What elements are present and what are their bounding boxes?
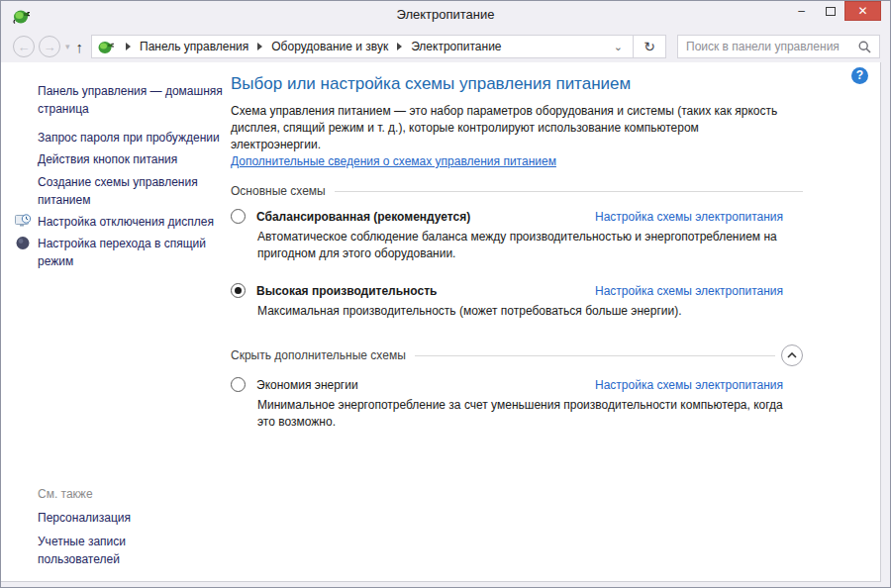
plan-settings-link-balanced[interactable]: Настройка схемы электропитания — [595, 210, 803, 224]
back-button[interactable]: ← — [13, 36, 35, 57]
radio-balanced[interactable] — [231, 209, 246, 224]
plan-desc-power-saver: Минимальное энергопотребление за счет ум… — [257, 397, 797, 431]
address-bar[interactable]: Панель управления Оборудование и звук Эл… — [91, 35, 666, 58]
plan-high-performance: Высокая производительность Настройка схе… — [231, 283, 803, 320]
address-power-icon — [97, 39, 115, 54]
sidebar-item-display-off-settings[interactable]: Настройка отключения дисплея — [38, 213, 225, 231]
main-content: Выбор или настройка схемы управления пит… — [231, 74, 803, 431]
up-button[interactable]: ↑ — [76, 39, 84, 55]
forward-button[interactable]: → — [39, 36, 60, 57]
breadcrumb-power-options[interactable]: Электропитание — [409, 40, 503, 53]
plan-settings-link-high-performance[interactable]: Настройка схемы электропитания — [595, 284, 803, 298]
radio-power-saver[interactable] — [231, 377, 246, 392]
window-title: Электропитание — [1, 7, 890, 22]
plan-name-power-saver[interactable]: Экономия энергии — [256, 378, 358, 392]
refresh-button[interactable]: ↻ — [633, 35, 665, 58]
sidebar-item-sleep-settings[interactable]: Настройка перехода в спящий режим — [38, 235, 225, 270]
additional-section-header: Скрыть дополнительные схемы — [231, 344, 803, 366]
minimize-button[interactable]: – — [787, 1, 816, 21]
sidebar-item-label: Настройка отключения дисплея — [38, 215, 214, 229]
plan-name-high-performance[interactable]: Высокая производительность — [256, 284, 437, 298]
plan-desc-high-performance: Максимальная производительность (может п… — [257, 303, 797, 320]
search-icon[interactable] — [858, 41, 871, 53]
plan-power-saver: Экономия энергии Настройка схемы электро… — [231, 377, 803, 431]
plan-balanced: Сбалансированная (рекомендуется) Настрой… — [231, 209, 803, 262]
radio-high-performance[interactable] — [231, 283, 246, 298]
history-dropdown-icon[interactable]: ▾ — [65, 42, 70, 51]
section-divider — [415, 355, 775, 356]
sidebar-item-power-button-actions[interactable]: Действия кнопок питания — [38, 150, 225, 168]
plan-desc-balanced: Автоматическое соблюдение баланса между … — [257, 229, 797, 262]
display-clock-icon — [15, 214, 32, 229]
title-bar: Электропитание – ✕ — [1, 1, 890, 31]
sleep-icon — [15, 236, 32, 250]
search-input[interactable]: Поиск в панели управления — [678, 40, 850, 53]
sidebar-item-label: Настройка перехода в спящий режим — [38, 237, 206, 268]
close-button[interactable]: ✕ — [844, 1, 881, 21]
breadcrumb-control-panel[interactable]: Панель управления — [138, 40, 250, 53]
sidebar-item-personalization[interactable]: Персонализация — [38, 509, 166, 527]
see-also-section: См. также Персонализация Учетные записи … — [38, 485, 166, 574]
page-title: Выбор или настройка схемы управления пит… — [231, 74, 803, 94]
breadcrumb-separator-icon — [126, 43, 131, 50]
additional-section-label: Скрыть дополнительные схемы — [231, 348, 406, 362]
sidebar-item-password-on-wake[interactable]: Запрос пароля при пробуждении — [38, 129, 225, 147]
search-box[interactable]: Поиск в панели управления — [677, 35, 880, 58]
breadcrumb-separator-icon — [257, 43, 262, 50]
client-area: Панель управления — домашняя страница За… — [1, 62, 881, 582]
plan-settings-link-power-saver[interactable]: Настройка схемы электропитания — [595, 378, 803, 392]
collapse-section-button[interactable] — [781, 344, 803, 366]
primary-section-header: Основные схемы — [231, 184, 803, 198]
learn-more-link[interactable]: Дополнительные сведения о схемах управле… — [231, 154, 556, 168]
window-controls: – ✕ — [787, 1, 881, 21]
sidebar-item-user-accounts[interactable]: Учетные записи пользователей — [38, 533, 166, 568]
chevron-up-icon — [787, 352, 797, 358]
help-icon[interactable]: ? — [851, 67, 868, 84]
sidebar-item-control-panel-home[interactable]: Панель управления — домашняя страница — [38, 82, 225, 118]
power-options-window: Электропитание – ✕ ← → ▾ ↑ Панель управл… — [0, 0, 891, 588]
breadcrumb-separator-icon — [397, 43, 402, 50]
navigation-bar: ← → ▾ ↑ Панель управления Оборудование и… — [1, 31, 890, 62]
maximize-button[interactable] — [816, 1, 844, 21]
see-also-header: См. также — [38, 485, 166, 503]
address-dropdown-icon[interactable]: ⌄ — [604, 41, 633, 53]
breadcrumb-hardware-sound[interactable]: Оборудование и звук — [269, 40, 390, 53]
sidebar: Панель управления — домашняя страница За… — [1, 62, 231, 581]
section-divider — [335, 191, 803, 192]
intro-text: Схема управления питанием — это набор па… — [231, 103, 787, 153]
primary-section-label: Основные схемы — [231, 184, 326, 198]
maximize-icon — [826, 7, 836, 16]
sidebar-item-create-power-plan[interactable]: Создание схемы управления питанием — [38, 173, 225, 209]
plan-name-balanced[interactable]: Сбалансированная (рекомендуется) — [256, 210, 470, 224]
